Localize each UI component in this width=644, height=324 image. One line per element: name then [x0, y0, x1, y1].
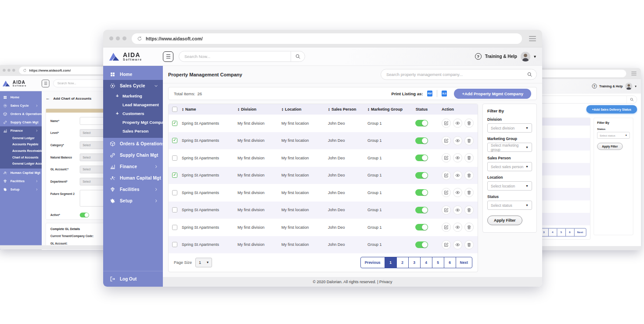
trash-button[interactable] [464, 205, 474, 215]
row-checkbox[interactable] [172, 190, 177, 195]
edit-button[interactable] [442, 240, 451, 249]
status-toggle[interactable] [415, 155, 428, 161]
window-close-button[interactable] [3, 69, 6, 72]
sidebar-toggle-button[interactable] [42, 79, 49, 87]
pagination-next[interactable]: Next [574, 228, 586, 236]
apply-filter-button[interactable]: Apply Filter [487, 216, 522, 225]
select-all-checkbox[interactable] [172, 107, 177, 112]
eye-button[interactable] [453, 240, 462, 249]
search-input[interactable] [179, 54, 291, 59]
filter-select-sales-person[interactable]: Select sales person▼ [487, 162, 532, 171]
sidebar-item-setup[interactable]: Setup [103, 195, 163, 206]
pagination-page-3[interactable]: 3 [408, 257, 420, 268]
window-minimize-button[interactable] [7, 69, 11, 72]
eye-button[interactable] [453, 136, 462, 145]
logout-button[interactable]: Log Out [103, 271, 163, 287]
trash-button[interactable] [464, 136, 474, 145]
active-toggle[interactable] [80, 212, 89, 217]
user-menu-caret-icon[interactable] [534, 54, 536, 59]
sidebar-subitem-customers[interactable]: +Customers [103, 109, 163, 118]
trash-button[interactable] [464, 223, 474, 232]
column-header-division[interactable]: ▲▼Division [237, 107, 281, 112]
column-header-sales-person[interactable]: ▲▼Sales Person [328, 107, 367, 112]
column-header-location[interactable]: ▲▼Location [281, 107, 328, 112]
status-toggle[interactable] [415, 224, 428, 230]
browser-menu-icon[interactable] [631, 72, 637, 76]
sidebar-subitem-sales-person[interactable]: Sales Person [103, 126, 163, 135]
eye-button[interactable] [453, 223, 462, 232]
eye-button[interactable] [453, 119, 462, 128]
sidebar-item-human-capital-mgt[interactable]: Human Capital Mgt [103, 172, 163, 184]
row-checkbox[interactable] [172, 155, 177, 161]
page-size-select[interactable]: 1 [195, 258, 212, 267]
export-pdf-icon[interactable]: PDF [426, 90, 433, 97]
sidebar-item-facilities[interactable]: Facilities [0, 177, 42, 185]
trash-button[interactable] [464, 240, 474, 249]
pagination-page-4[interactable]: 4 [420, 257, 432, 268]
user-avatar[interactable] [521, 52, 530, 61]
filter-select-status[interactable]: Select status▼ [487, 201, 532, 210]
edit-button[interactable] [442, 119, 451, 128]
sidebar-item-home[interactable]: Home [0, 93, 42, 101]
sidebar-subitem-lead-management[interactable]: Lead Management [103, 100, 163, 109]
pagination-page-6[interactable]: 6 [444, 257, 456, 268]
training-help-link[interactable]: Training & Help [599, 84, 622, 88]
status-toggle[interactable] [415, 207, 428, 213]
status-toggle[interactable] [415, 189, 428, 196]
search-icon[interactable] [522, 69, 536, 79]
search-icon[interactable] [291, 51, 305, 61]
pagination-page-2[interactable]: 2 [396, 257, 408, 268]
edit-button[interactable] [442, 223, 451, 232]
row-checkbox[interactable]: ✓ [172, 138, 177, 143]
sidebar-item-home[interactable]: Home [103, 68, 163, 80]
pagination-page-5[interactable]: 5 [432, 257, 444, 268]
window-close-button[interactable] [109, 36, 113, 40]
training-help-link[interactable]: Training & Help [485, 54, 517, 59]
sidebar-subitem-general-ledger[interactable]: General Ledger [0, 135, 42, 141]
edit-button[interactable] [442, 205, 451, 215]
browser-menu-icon[interactable] [529, 36, 536, 41]
edit-button[interactable] [442, 153, 451, 162]
status-toggle[interactable] [415, 172, 428, 179]
address-bar[interactable]: https://www.aidasoft.com/ [132, 33, 522, 44]
reload-icon[interactable] [23, 68, 27, 72]
row-checkbox[interactable] [172, 225, 177, 230]
sidebar-toggle-button[interactable] [163, 51, 173, 62]
trash-button[interactable] [464, 119, 474, 128]
eye-button[interactable] [453, 188, 462, 197]
row-checkbox[interactable]: ✓ [172, 121, 177, 126]
pagination-previous[interactable]: Previous [361, 257, 385, 268]
reload-icon[interactable] [137, 36, 142, 41]
sidebar-subitem-marketing[interactable]: +Marketing [103, 91, 163, 100]
row-checkbox[interactable]: ✓ [172, 173, 177, 178]
trash-button[interactable] [464, 153, 474, 162]
eye-button[interactable] [453, 171, 462, 180]
back-arrow-icon[interactable] [46, 96, 50, 101]
filter-select-division[interactable]: Select division▼ [487, 123, 532, 133]
sidebar-subitem-chart-of-accounts[interactable]: Chart of Accounts [0, 154, 42, 160]
row-checkbox[interactable] [172, 242, 177, 247]
column-header-name[interactable]: ▲▼Name [182, 107, 237, 112]
add-sales-delivery-status-button[interactable]: +Add Sales Delivery Status [586, 105, 637, 113]
window-minimize-button[interactable] [116, 36, 120, 40]
user-menu-caret-icon[interactable] [635, 84, 637, 87]
edit-button[interactable] [442, 171, 451, 180]
sidebar-subitem-accounts-receivables[interactable]: Accounts Receivables [0, 148, 42, 154]
status-toggle[interactable] [415, 120, 428, 126]
filter-select-status[interactable]: Select status ▼ [597, 132, 630, 139]
pagination-next[interactable]: Next [456, 257, 472, 268]
sidebar-item-setup[interactable]: Setup [0, 185, 42, 194]
sidebar-item-human-capital-mgt[interactable]: Human Capital Mgt [0, 169, 42, 177]
pagination-page-4[interactable]: 4 [548, 228, 557, 236]
edit-button[interactable] [442, 136, 451, 145]
sidebar-item-sales-cycle[interactable]: Sales Cycle [103, 80, 163, 91]
sidebar-item-facilities[interactable]: Facilities [103, 184, 163, 195]
pagination-page-6[interactable]: 6 [565, 228, 574, 236]
trash-button[interactable] [464, 188, 474, 197]
export-xls-icon[interactable]: XLS [441, 90, 448, 97]
sidebar-item-supply-chain-mgt[interactable]: Supply Chain Mgt [103, 149, 163, 161]
filter-select-location[interactable]: Select location▼ [487, 181, 532, 191]
row-checkbox[interactable] [172, 207, 177, 212]
pagination-page-5[interactable]: 5 [557, 228, 565, 236]
sidebar-item-orders-operations[interactable]: Orders & Operations [103, 138, 163, 149]
